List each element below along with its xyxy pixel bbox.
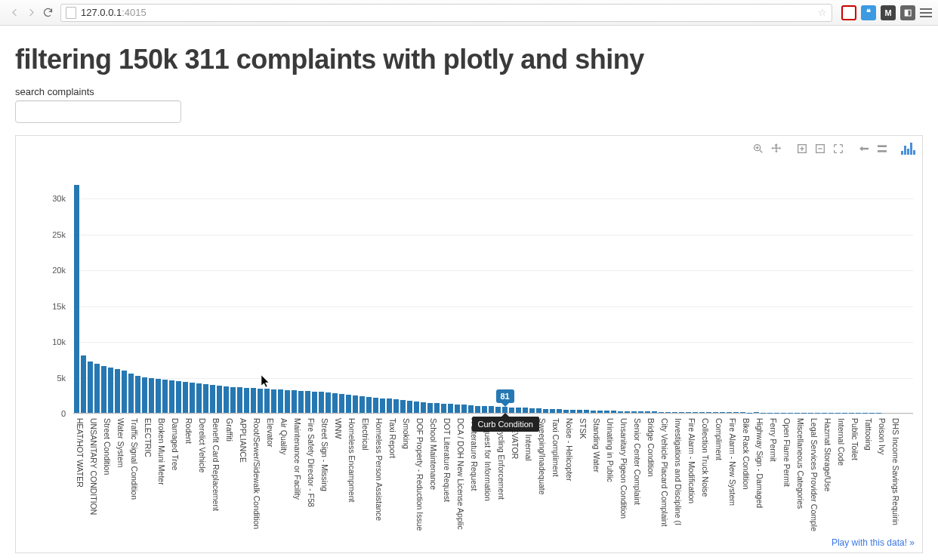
forward-button[interactable] bbox=[23, 5, 39, 21]
bar[interactable] bbox=[495, 407, 501, 413]
bar[interactable] bbox=[652, 411, 657, 413]
bar[interactable] bbox=[332, 393, 338, 413]
bar[interactable] bbox=[441, 404, 446, 413]
bar[interactable] bbox=[196, 383, 202, 413]
ext-adblock-icon[interactable]: ◯ bbox=[841, 5, 856, 20]
bar[interactable] bbox=[101, 366, 106, 413]
bar[interactable] bbox=[659, 412, 664, 413]
bar[interactable] bbox=[529, 408, 535, 413]
bar[interactable] bbox=[244, 388, 249, 413]
bar[interactable] bbox=[298, 391, 304, 413]
zoom-in-icon[interactable] bbox=[794, 140, 810, 157]
reload-button[interactable] bbox=[39, 5, 56, 21]
bar[interactable] bbox=[319, 392, 324, 413]
bar[interactable] bbox=[230, 387, 236, 413]
bar[interactable] bbox=[414, 402, 419, 413]
bar[interactable] bbox=[149, 378, 154, 413]
bar[interactable] bbox=[271, 389, 276, 413]
bar[interactable] bbox=[699, 412, 705, 413]
ext-chat-icon[interactable]: ❝ bbox=[861, 5, 876, 20]
hover-compare-icon[interactable] bbox=[874, 140, 890, 157]
reset-axes-icon[interactable] bbox=[856, 140, 872, 157]
bar[interactable] bbox=[251, 388, 256, 413]
bar[interactable] bbox=[421, 402, 426, 413]
bar[interactable] bbox=[740, 412, 745, 413]
autoscale-icon[interactable] bbox=[830, 140, 847, 157]
bar[interactable] bbox=[210, 385, 215, 413]
play-with-data-link[interactable]: Play with this data! » bbox=[832, 537, 915, 548]
bar[interactable] bbox=[645, 411, 650, 413]
bar[interactable] bbox=[81, 355, 86, 413]
bar[interactable] bbox=[217, 386, 222, 413]
bookmark-star-icon[interactable]: ☆ bbox=[818, 7, 827, 18]
bar[interactable] bbox=[665, 412, 671, 413]
bar[interactable] bbox=[162, 380, 168, 413]
back-button[interactable] bbox=[6, 5, 23, 21]
bar[interactable] bbox=[373, 398, 378, 413]
bar[interactable] bbox=[393, 399, 399, 413]
bar[interactable] bbox=[380, 398, 385, 413]
search-input[interactable] bbox=[15, 100, 181, 123]
bar[interactable] bbox=[536, 408, 542, 413]
bar[interactable] bbox=[693, 412, 698, 413]
bar[interactable] bbox=[563, 410, 569, 413]
bar[interactable] bbox=[625, 411, 630, 413]
bar[interactable] bbox=[720, 412, 725, 413]
bar[interactable] bbox=[550, 409, 555, 413]
bar[interactable] bbox=[584, 410, 589, 413]
bar[interactable] bbox=[591, 411, 596, 413]
bar[interactable] bbox=[108, 368, 113, 413]
bar[interactable] bbox=[264, 389, 270, 413]
zoom-out-icon[interactable] bbox=[812, 140, 828, 157]
bar[interactable] bbox=[183, 382, 188, 413]
bar[interactable] bbox=[387, 398, 392, 413]
bar[interactable] bbox=[679, 412, 684, 413]
plotly-logo-icon[interactable] bbox=[899, 140, 916, 157]
bar[interactable] bbox=[557, 409, 562, 413]
bar[interactable] bbox=[482, 406, 487, 413]
bar[interactable] bbox=[128, 374, 134, 413]
bar[interactable] bbox=[502, 407, 508, 413]
bar[interactable] bbox=[115, 369, 120, 413]
bar[interactable] bbox=[611, 411, 616, 413]
bar[interactable] bbox=[523, 408, 528, 413]
bar[interactable] bbox=[237, 387, 242, 413]
bar[interactable] bbox=[366, 397, 372, 413]
bar[interactable] bbox=[713, 412, 718, 413]
bar[interactable] bbox=[359, 396, 365, 413]
bar[interactable] bbox=[353, 395, 358, 413]
bar[interactable] bbox=[570, 410, 575, 413]
bar[interactable] bbox=[618, 411, 623, 413]
bar[interactable] bbox=[156, 379, 161, 413]
bar[interactable] bbox=[122, 371, 127, 413]
bar[interactable] bbox=[706, 412, 711, 413]
ext-mail-icon[interactable]: M bbox=[881, 5, 896, 20]
bar[interactable] bbox=[312, 392, 317, 414]
bar[interactable] bbox=[427, 403, 433, 413]
bar[interactable] bbox=[258, 389, 263, 413]
bar[interactable] bbox=[489, 406, 494, 413]
bar[interactable] bbox=[434, 403, 440, 413]
bar[interactable] bbox=[135, 376, 140, 413]
bar[interactable] bbox=[509, 408, 514, 413]
ext-misc-icon[interactable]: ◧ bbox=[900, 5, 915, 20]
bar[interactable] bbox=[686, 412, 691, 413]
pan-icon[interactable] bbox=[768, 140, 785, 157]
bar[interactable] bbox=[74, 185, 79, 413]
bar[interactable] bbox=[278, 389, 283, 413]
bar[interactable] bbox=[285, 390, 290, 413]
bar[interactable] bbox=[326, 392, 331, 413]
plot-area[interactable] bbox=[73, 184, 913, 414]
bar[interactable] bbox=[305, 391, 310, 413]
bar[interactable] bbox=[400, 400, 406, 413]
bar[interactable] bbox=[448, 404, 453, 413]
bar[interactable] bbox=[727, 412, 732, 413]
bar[interactable] bbox=[339, 394, 344, 413]
bar[interactable] bbox=[733, 412, 739, 413]
bar[interactable] bbox=[461, 405, 467, 413]
bar[interactable] bbox=[203, 384, 208, 413]
bar[interactable] bbox=[292, 390, 297, 413]
bar[interactable] bbox=[142, 377, 147, 414]
bar[interactable] bbox=[672, 412, 677, 413]
bar[interactable] bbox=[543, 409, 548, 414]
